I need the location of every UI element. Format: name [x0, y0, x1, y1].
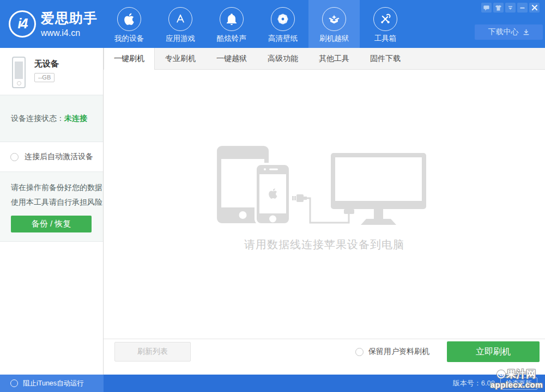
- tab-other-tools[interactable]: 其他工具: [308, 48, 360, 69]
- auto-activate-radio[interactable]: [10, 153, 19, 161]
- tab-advanced[interactable]: 高级功能: [257, 48, 308, 69]
- version-label: 版本号：6.08: [453, 378, 495, 388]
- download-center-label: 下载中心: [488, 27, 519, 37]
- nav-label: 我的设备: [104, 34, 155, 44]
- block-itunes-option: 阻止iTunes自动运行: [0, 375, 104, 392]
- action-bar: 刷新列表 保留用户资料刷机 立即刷机: [104, 339, 545, 375]
- connect-devices-illustration: [215, 143, 431, 226]
- connect-hint-text: 请用数据线连接苹果设备到电脑: [104, 237, 545, 252]
- block-itunes-radio[interactable]: [10, 379, 18, 387]
- skin-icon[interactable]: [493, 3, 504, 13]
- app-window: i4 爱思助手 www.i4.cn 我的设备 应用游戏: [0, 0, 545, 392]
- bell-icon: [220, 7, 244, 31]
- tab-firmware-download[interactable]: 固件下载: [360, 48, 411, 69]
- backup-warning-section: 请在操作前备份好您的数据 使用本工具请自行承担风险 备份 / 恢复: [0, 172, 103, 242]
- warning-line-2: 使用本工具请自行承担风险: [11, 195, 103, 210]
- block-itunes-label: 阻止iTunes自动运行: [23, 379, 84, 388]
- nav-item-wallpapers[interactable]: 高清壁纸: [257, 0, 308, 48]
- warning-line-1: 请在操作前备份好您的数据: [11, 180, 103, 195]
- device-section: 无设备 --GB: [0, 48, 103, 95]
- tools-icon: [373, 7, 397, 31]
- connection-status-label: 设备连接状态：: [11, 114, 64, 124]
- apple-icon: [117, 7, 141, 31]
- nav-item-toolbox[interactable]: 工具箱: [360, 0, 411, 48]
- logo-text: i4: [18, 16, 27, 32]
- device-capacity-badge: --GB: [34, 73, 55, 82]
- nav-item-ringtones[interactable]: 酷炫铃声: [206, 0, 257, 48]
- nav-label: 应用游戏: [155, 34, 206, 44]
- main-content: 请用数据线连接苹果设备到电脑: [104, 70, 545, 339]
- flower-icon: [271, 7, 295, 31]
- download-icon: [523, 29, 530, 36]
- main-nav: 我的设备 应用游戏 酷炫铃声 高清壁纸: [104, 0, 411, 48]
- app-url: www.i4.cn: [41, 28, 98, 38]
- tab-one-key-flash[interactable]: 一键刷机: [104, 48, 155, 70]
- app-logo: i4 爱思助手 www.i4.cn: [9, 9, 98, 38]
- appstore-icon: [168, 7, 192, 31]
- refresh-list-button[interactable]: 刷新列表: [114, 342, 191, 362]
- window-controls: [481, 3, 540, 13]
- tab-pro-flash[interactable]: 专业刷机: [155, 48, 206, 69]
- flash-now-button[interactable]: 立即刷机: [447, 341, 540, 362]
- nav-label: 刷机越狱: [308, 34, 360, 44]
- nav-label: 工具箱: [360, 34, 411, 44]
- connection-status-value: 未连接: [64, 114, 87, 124]
- collapse-icon[interactable]: [505, 3, 516, 13]
- tab-one-key-jailbreak[interactable]: 一键越狱: [206, 48, 257, 69]
- check-update-button[interactable]: 检查更新: [500, 377, 537, 390]
- backup-restore-button[interactable]: 备份 / 恢复: [11, 216, 92, 232]
- keep-user-data-radio[interactable]: [355, 348, 364, 356]
- auto-activate-label: 连接后自动激活设备: [25, 152, 93, 162]
- keep-user-data-option: 保留用户资料刷机: [355, 347, 429, 357]
- keep-user-data-label: 保留用户资料刷机: [368, 347, 429, 357]
- connection-status: 设备连接状态：未连接: [0, 95, 103, 142]
- download-center-button[interactable]: 下载中心: [475, 24, 543, 40]
- nav-item-apps-games[interactable]: 应用游戏: [155, 0, 206, 48]
- nav-label: 酷炫铃声: [206, 34, 257, 44]
- feedback-icon[interactable]: [481, 3, 492, 13]
- header: i4 爱思助手 www.i4.cn 我的设备 应用游戏: [0, 0, 545, 48]
- nav-item-my-devices[interactable]: 我的设备: [104, 0, 155, 48]
- minimize-icon[interactable]: [517, 3, 528, 13]
- sidebar: 无设备 --GB 设备连接状态：未连接 连接后自动激活设备 请在操作前备份好您的…: [0, 48, 104, 375]
- jailbreak-box-icon: [322, 7, 346, 31]
- app-title: 爱思助手: [41, 9, 98, 27]
- auto-activate-option: 连接后自动激活设备: [0, 142, 103, 172]
- nav-label: 高清壁纸: [257, 34, 308, 44]
- close-icon[interactable]: [529, 3, 540, 13]
- logo-circle-icon: i4: [9, 10, 36, 38]
- status-bar: 阻止iTunes自动运行 版本号：6.08 检查更新: [0, 375, 545, 392]
- nav-item-flash-jailbreak[interactable]: 刷机越狱: [308, 0, 360, 48]
- device-name: 无设备: [34, 59, 59, 69]
- tab-bar: 一键刷机 专业刷机 一键越狱 高级功能 其他工具 固件下载: [104, 48, 545, 70]
- phone-icon: [12, 57, 26, 88]
